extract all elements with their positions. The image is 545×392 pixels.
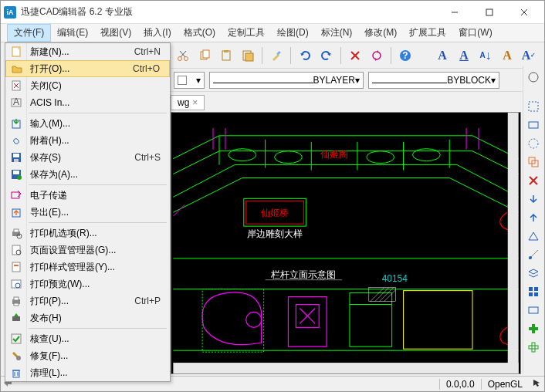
cad-canvas[interactable]: 仙姬桥 仙姬阁 岸边雕刻大样 栏杆立面示意图 40154 [171, 112, 521, 374]
check-icon [10, 333, 22, 345]
erase-icon[interactable] [525, 172, 542, 189]
file-menu-attach[interactable]: 附着(H)... [5, 132, 170, 149]
printopt-icon [10, 227, 22, 239]
document-tab[interactable]: wg × [171, 95, 205, 110]
select-window-icon[interactable] [525, 98, 542, 115]
menu-view[interactable]: 视图(V) [94, 24, 137, 42]
menu-item-label: 打印预览(W)... [30, 278, 170, 291]
refresh-button[interactable] [367, 46, 386, 65]
file-menu-check[interactable]: 核查(U)... [5, 330, 170, 347]
menu-file[interactable]: 文件(F) [7, 24, 51, 42]
svg-text:A: A [13, 96, 19, 107]
lineweight-combo[interactable]: BYBLOCK▾ [368, 72, 499, 89]
save-icon [10, 151, 22, 164]
menu-annotate[interactable]: 标注(N) [315, 24, 359, 42]
help-button[interactable]: ? [396, 46, 415, 65]
svg-rect-12 [13, 154, 19, 157]
menu-item-label: 输入(M)... [30, 117, 170, 130]
menu-shortcut: Ctrl+P [134, 296, 170, 306]
plus-outline-icon[interactable] [525, 339, 542, 356]
repair-icon [10, 350, 22, 362]
menu-shortcut: Ctrl+S [134, 152, 170, 163]
file-menu-save[interactable]: 保存(S)Ctrl+S [5, 149, 170, 166]
svg-rect-43 [203, 50, 209, 58]
svg-line-41 [180, 51, 185, 57]
triangle-icon[interactable] [525, 228, 542, 245]
copy-button[interactable] [195, 46, 214, 65]
menu-item-label: 打印(P)... [30, 295, 134, 308]
offset-icon[interactable] [525, 154, 542, 171]
file-menu-export[interactable]: 导出(E)... [5, 204, 170, 221]
svg-line-40 [181, 51, 186, 57]
file-menu-publish[interactable]: 发布(H) [5, 309, 170, 326]
close-button[interactable] [506, 2, 541, 23]
file-menu-close[interactable]: 关闭(C) [5, 77, 170, 94]
linetype-combo[interactable]: BYLAYER▾ [209, 72, 364, 89]
file-menu-purge[interactable]: 清理(L)... [5, 364, 170, 381]
tab-close-icon[interactable]: × [192, 97, 198, 108]
file-menu-open[interactable]: 打开(O)...Ctrl+O [5, 60, 170, 77]
etransmit-icon [10, 189, 22, 201]
file-menu-acis[interactable]: AACIS In... [5, 94, 170, 111]
matchprop-button[interactable] [239, 46, 257, 65]
menu-modify[interactable]: 修改(M) [358, 24, 403, 42]
text-style-a4[interactable]: A [498, 46, 516, 65]
file-menu-printopt[interactable]: 打印机选项(R)... [5, 225, 170, 242]
delete-button[interactable] [346, 46, 364, 65]
color-combo[interactable]: ▾ [174, 72, 205, 89]
text-style-a5[interactable]: A✓ [520, 46, 538, 65]
menu-item-label: 附着(H)... [30, 134, 170, 147]
undo-button[interactable] [296, 46, 314, 65]
file-menu-etransmit[interactable]: 电子传递 [5, 187, 170, 204]
svg-rect-34 [13, 370, 19, 377]
menu-format[interactable]: 格式(O) [178, 24, 222, 42]
measure-icon[interactable] [525, 246, 542, 263]
cursor-status-icon[interactable] [529, 378, 544, 390]
menu-extend[interactable]: 扩展工具 [403, 24, 452, 42]
menu-edit[interactable]: 编辑(E) [51, 24, 94, 42]
file-menu-pagesetup[interactable]: 页面设置管理器(G)... [5, 242, 170, 259]
menu-insert[interactable]: 插入(I) [137, 24, 177, 42]
file-menu-print[interactable]: 打印(P)...Ctrl+P [5, 292, 170, 309]
circle-tool-icon[interactable] [525, 69, 542, 86]
file-menu-saveas[interactable]: 保存为(A)... [5, 166, 170, 183]
cut-button[interactable] [174, 46, 192, 65]
pagesetup-icon [10, 244, 22, 256]
minimize-button[interactable] [437, 2, 472, 23]
text-style-a2[interactable]: A [455, 46, 473, 65]
select-circle-icon[interactable] [525, 135, 542, 152]
select-rect-icon[interactable] [525, 117, 542, 133]
svg-text:仙姬阁: 仙姬阁 [320, 149, 348, 160]
file-menu-repair[interactable]: 修复(F)... [5, 347, 170, 364]
plus-green-icon[interactable] [525, 320, 542, 337]
maximize-button[interactable] [472, 2, 506, 23]
grid-icon[interactable] [525, 283, 542, 300]
menu-window[interactable]: 窗口(W) [452, 24, 498, 42]
menu-item-label: 打开(O)... [30, 63, 133, 76]
menu-bar: 文件(F) 编辑(E) 视图(V) 插入(I) 格式(O) 定制工具 绘图(D)… [1, 24, 544, 42]
file-menu-plotstyle[interactable]: 打印样式管理器(Y)... [5, 259, 170, 275]
brush-button[interactable] [267, 46, 286, 65]
arrow-down-icon[interactable] [525, 191, 542, 208]
text-style-a1[interactable]: A [433, 46, 452, 65]
redo-button[interactable] [317, 46, 336, 65]
svg-rect-17 [12, 192, 19, 198]
svg-point-38 [178, 56, 182, 60]
file-menu-new[interactable]: 新建(N)...Ctrl+N [5, 43, 170, 60]
import-icon [10, 117, 22, 130]
rectangle-icon[interactable] [525, 302, 542, 319]
svg-rect-20 [14, 229, 19, 232]
menu-draw[interactable]: 绘图(D) [271, 24, 315, 42]
arrow-up-icon[interactable] [525, 209, 542, 226]
file-menu-preview[interactable]: 打印预览(W)... [5, 275, 170, 292]
paste-button[interactable] [217, 46, 235, 65]
coordinates-readout: 0.0,0.0 [439, 379, 482, 390]
menu-tools[interactable]: 定制工具 [222, 24, 271, 42]
svg-point-99 [529, 139, 538, 148]
text-style-a3[interactable]: A↓ [476, 46, 495, 65]
menu-item-label: 导出(E)... [30, 206, 170, 219]
svg-rect-112 [529, 327, 538, 330]
layers-icon[interactable] [525, 265, 542, 282]
svg-rect-13 [14, 159, 19, 162]
file-menu-import[interactable]: 输入(M)... [5, 115, 170, 132]
